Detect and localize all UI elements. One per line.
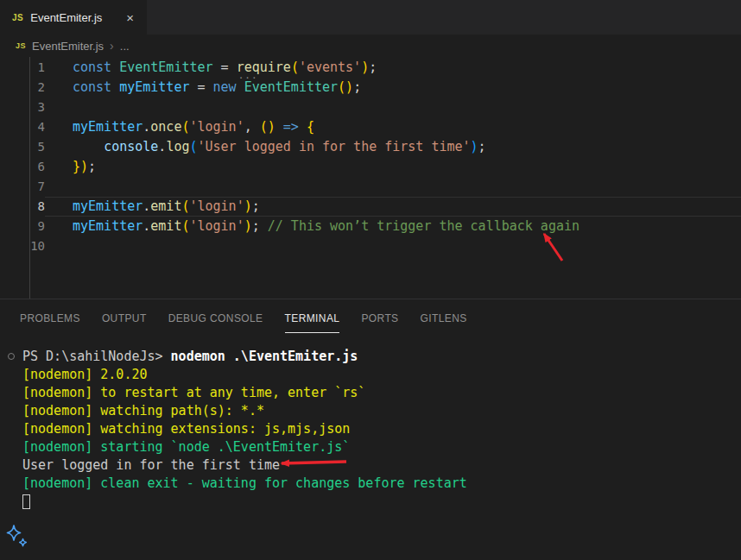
code-text[interactable]: const EventEmitter = require···('events'…	[45, 58, 741, 78]
code-line-9[interactable]: 9myEmitter.emit('login'); // This won’t …	[0, 217, 741, 236]
panel-tab-ports[interactable]: PORTS	[361, 299, 398, 337]
line-number: 8	[0, 197, 45, 217]
code-text[interactable]	[45, 236, 741, 256]
code-text[interactable]: });	[45, 157, 741, 177]
terminal-line: PS D:\sahilNodeJs> nodemon .\EventEmiter…	[22, 348, 741, 366]
terminal-line: [nodemon] 2.0.20	[22, 366, 741, 384]
panel-tab-debug-console[interactable]: DEBUG CONSOLE	[168, 299, 263, 337]
vscode-window: JS EventEmiter.js × JS EventEmiter.js › …	[0, 0, 741, 560]
terminal-line: [nodemon] watching path(s): *.*	[22, 402, 741, 420]
code-text[interactable]: const myEmitter = new EventEmitter();	[45, 78, 741, 98]
code-line-6[interactable]: 6});	[0, 157, 741, 177]
code-line-4[interactable]: 4myEmitter.once('login', () => {	[0, 117, 741, 137]
code-text[interactable]: myEmitter.emit('login'); // This won’t t…	[45, 217, 741, 236]
terminal-line	[22, 493, 741, 511]
tab-label: EventEmiter.js	[30, 11, 102, 24]
code-line-2[interactable]: 2const myEmitter = new EventEmitter();	[0, 78, 741, 98]
line-number: 10	[0, 236, 45, 256]
line-number: 6	[0, 157, 45, 177]
terminal-cursor[interactable]	[22, 494, 30, 509]
breadcrumb-file[interactable]: EventEmiter.js	[32, 40, 104, 53]
command-decoration-icon[interactable]	[8, 353, 15, 360]
panel-tab-bar: PROBLEMSOUTPUTDEBUG CONSOLETERMINALPORTS…	[0, 299, 741, 337]
indent-guide	[29, 57, 30, 299]
line-number: 4	[0, 117, 45, 137]
js-file-icon: JS	[12, 13, 23, 22]
chevron-right-icon: ›	[110, 39, 114, 53]
terminal-line: [nodemon] starting `node .\EventEmiter.j…	[22, 438, 741, 456]
js-file-icon: JS	[16, 41, 26, 50]
terminal-output[interactable]: PS D:\sahilNodeJs> nodemon .\EventEmiter…	[0, 337, 741, 511]
code-text[interactable]: myEmitter.once('login', () => {	[45, 117, 741, 137]
panel-tab-problems[interactable]: PROBLEMS	[20, 299, 80, 337]
code-lines: 1const EventEmitter = require···('events…	[0, 58, 741, 256]
terminal-line: [nodemon] watching extensions: js,mjs,js…	[22, 420, 741, 438]
close-icon[interactable]: ×	[124, 10, 136, 25]
line-number: 3	[0, 98, 45, 117]
code-editor[interactable]: 1const EventEmitter = require···('events…	[0, 57, 741, 299]
code-line-3[interactable]: 3	[0, 98, 741, 117]
line-number: 9	[0, 217, 45, 236]
tab-eventemiter-js[interactable]: JS EventEmiter.js ×	[0, 0, 147, 35]
breadcrumb: JS EventEmiter.js › ...	[0, 35, 741, 57]
code-line-8[interactable]: 8myEmitter.emit('login');	[0, 197, 741, 217]
line-number: 1	[0, 58, 45, 78]
code-text[interactable]	[45, 98, 741, 117]
code-line-1[interactable]: 1const EventEmitter = require···('events…	[0, 58, 741, 78]
panel-tab-terminal[interactable]: TERMINAL	[285, 299, 340, 337]
terminal-line: [nodemon] to restart at any time, enter …	[22, 384, 741, 402]
breadcrumb-symbol[interactable]: ...	[120, 40, 130, 53]
code-text[interactable]: myEmitter.emit('login');	[45, 197, 741, 217]
editor-tab-bar: JS EventEmiter.js ×	[0, 0, 741, 35]
code-line-10[interactable]: 10	[0, 236, 741, 256]
panel-tab-gitlens[interactable]: GITLENS	[421, 299, 467, 337]
code-line-5[interactable]: 5 console.log('User logged in for the fi…	[0, 137, 741, 157]
line-number: 5	[0, 137, 45, 157]
copilot-sparkle-icon[interactable]	[4, 525, 28, 547]
terminal-line: User logged in for the first time	[22, 456, 741, 475]
terminal-line: [nodemon] clean exit - waiting for chang…	[22, 475, 741, 493]
line-number: 7	[0, 177, 45, 197]
bottom-panel: PROBLEMSOUTPUTDEBUG CONSOLETERMINALPORTS…	[0, 299, 741, 560]
code-text[interactable]	[45, 177, 741, 197]
code-text[interactable]: console.log('User logged in for the firs…	[45, 137, 741, 157]
code-line-7[interactable]: 7	[0, 177, 741, 197]
panel-tab-output[interactable]: OUTPUT	[102, 299, 147, 337]
line-number: 2	[0, 78, 45, 98]
